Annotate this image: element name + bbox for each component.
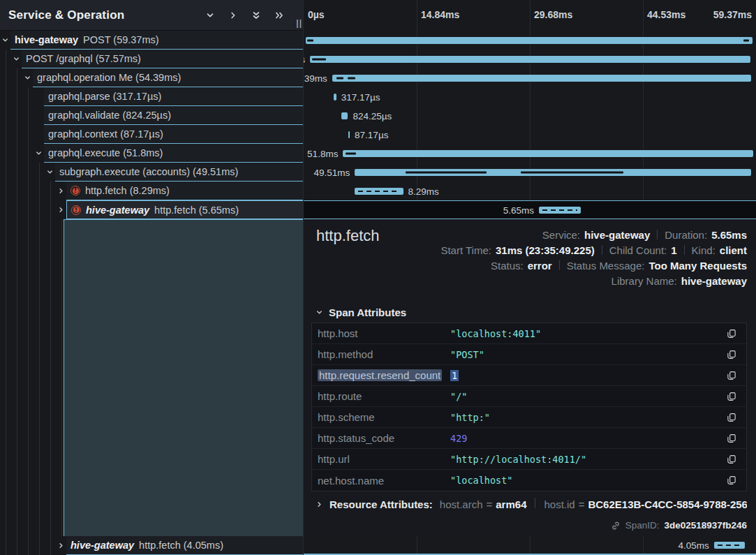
resource-attributes-row[interactable]: Resource Attributes: host.arch=arm64host… [316, 498, 747, 510]
tree-row[interactable]: hive-gatewayPOST (59.37ms) [0, 31, 303, 50]
span-row-content[interactable]: hive-gatewayhttp.fetch (4.05ms) [66, 536, 303, 555]
span-row-content[interactable]: graphql.parse (317.17µs) [44, 87, 303, 106]
attribute-row: http.route"/" [312, 386, 746, 407]
tree-row[interactable]: graphql.context (87.17µs) [0, 125, 303, 144]
timeline-row[interactable]: 57.57ms [304, 50, 756, 68]
span-attributes-title: Span Attributes [329, 306, 406, 318]
chevron-down-icon[interactable] [22, 68, 33, 87]
span-bar[interactable] [343, 150, 753, 157]
span-row-content[interactable]: POST /graphql (57.57ms) [22, 50, 303, 68]
span-row-content[interactable]: subgraph.execute (accounts) (49.51ms) [55, 163, 303, 182]
chevron-down-icon[interactable] [45, 163, 55, 182]
indent-guides [0, 68, 22, 87]
attribute-row: http.url"http://localhost:4011/" [312, 449, 746, 470]
copy-icon[interactable] [717, 371, 746, 380]
tree-row[interactable]: graphql.execute (51.8ms) [0, 144, 303, 163]
meta-value: 1 [671, 244, 676, 256]
span-row-content[interactable]: hive-gatewayPOST (59.37ms) [10, 31, 303, 50]
link-icon[interactable] [611, 521, 621, 531]
duration-label: 8.29ms [408, 186, 439, 196]
meta-label: Library Name: [612, 275, 677, 287]
tree-row[interactable]: graphql.parse (317.17µs) [0, 87, 303, 106]
chevron-right-icon[interactable] [56, 200, 66, 219]
chevron-down-icon[interactable] [11, 50, 22, 68]
timeline-tick-label: 29.68ms [534, 9, 572, 20]
timeline-bottom-row[interactable]: 4.05ms [304, 536, 756, 555]
meta-label: Child Count: [609, 244, 667, 256]
tree-row[interactable]: graphql.validate (824.25µs) [0, 106, 303, 125]
span-row-content[interactable]: graphql.validate (824.25µs) [44, 106, 303, 125]
span-row-content[interactable]: graphql.operation Me (54.39ms) [33, 68, 303, 87]
indent-spacer [34, 125, 44, 144]
copy-icon[interactable] [717, 475, 746, 485]
tree-row[interactable]: graphql.operation Me (54.39ms) [0, 68, 303, 87]
span-bar[interactable] [310, 56, 750, 63]
child-span-segment [743, 39, 749, 41]
timeline-row[interactable]: 824.25µs [304, 106, 756, 125]
tree-row[interactable]: hive-gatewayhttp.fetch (5.65ms) [0, 200, 303, 219]
attribute-key: http.route [312, 390, 450, 402]
indent-guides [0, 144, 34, 163]
copy-icon[interactable] [717, 350, 746, 360]
span-bar[interactable] [332, 75, 751, 82]
tree-row-bottom[interactable]: hive-gatewayhttp.fetch (4.05ms) [0, 536, 303, 555]
timeline-row[interactable] [304, 31, 756, 50]
span-bar[interactable] [334, 94, 336, 101]
pane-splitter-handle[interactable]: || [296, 18, 302, 28]
span-name-duration: http.fetch (8.29ms) [85, 185, 170, 196]
span-bar[interactable] [306, 37, 753, 44]
span-meta: Service:hive-gatewayDuration:5.65msStart… [440, 227, 747, 288]
double-chevron-down-icon[interactable] [251, 10, 262, 21]
meta-divider [657, 230, 658, 239]
resource-attributes-items: host.arch=arm64host.id=BC62E13B-C4CC-585… [440, 498, 747, 510]
copy-icon[interactable] [717, 392, 746, 401]
indent-guides [0, 87, 34, 106]
copy-icon[interactable] [717, 454, 746, 464]
timeline-row[interactable]: 49.51ms [304, 163, 756, 182]
span-bar[interactable] [539, 207, 581, 214]
chevron-down-icon[interactable] [0, 31, 10, 50]
tree-row[interactable]: http.fetch (8.29ms) [0, 182, 303, 200]
indent-guides [0, 536, 56, 555]
copy-icon[interactable] [717, 413, 746, 422]
meta-value: hive-gateway [681, 275, 747, 287]
child-span-segment [346, 152, 356, 154]
double-chevron-right-icon[interactable] [274, 10, 285, 21]
timeline-tick-label: 14.84ms [421, 9, 459, 20]
timeline-row[interactable]: 51.8ms [304, 144, 756, 163]
span-id-row: SpanID: 3de02518937fb246 [611, 520, 747, 531]
chevron-right-icon[interactable] [56, 536, 66, 555]
error-icon [71, 205, 81, 215]
span-bar[interactable] [341, 112, 348, 119]
timeline-row[interactable]: 87.17µs [304, 125, 756, 144]
duration-label: 317.17µs [341, 91, 380, 102]
meta-label: Status: [491, 260, 524, 272]
span-attributes-toggle[interactable]: Span Attributes [316, 306, 406, 318]
span-bar[interactable] [348, 131, 350, 138]
span-row-content[interactable]: hive-gatewayhttp.fetch (5.65ms) [66, 200, 303, 219]
timeline-row[interactable]: 317.17µs [304, 87, 756, 106]
tree-row[interactable]: POST /graphql (57.57ms) [0, 50, 303, 68]
timeline-row[interactable]: 54.39ms [304, 68, 756, 87]
span-bar[interactable] [355, 188, 403, 195]
chevron-down-icon[interactable] [34, 144, 44, 163]
timeline-row[interactable]: 5.65ms [304, 200, 756, 219]
span-name-duration: graphql.context (87.17µs) [48, 128, 163, 140]
meta-line: Library Name:hive-gateway [440, 273, 747, 288]
service-name: hive-gateway [15, 34, 78, 45]
span-row-content[interactable]: graphql.context (87.17µs) [44, 125, 303, 144]
span-name-duration: graphql.parse (317.17µs) [48, 91, 161, 102]
chevron-down-icon[interactable] [205, 10, 216, 21]
span-row-content[interactable]: http.fetch (8.29ms) [66, 182, 303, 200]
timeline-row[interactable]: 8.29ms [304, 182, 756, 200]
chevron-right-icon[interactable] [228, 10, 239, 21]
chevron-right-icon[interactable] [56, 182, 66, 200]
tree-row[interactable]: subgraph.execute (accounts) (49.51ms) [0, 163, 303, 182]
copy-icon[interactable] [717, 434, 746, 443]
span-row-content[interactable]: graphql.execute (51.8ms) [44, 144, 303, 163]
resource-equals: = [487, 498, 493, 510]
span-name-duration: graphql.execute (51.8ms) [48, 147, 163, 158]
copy-icon[interactable] [717, 329, 746, 339]
span-bar[interactable] [714, 542, 745, 549]
attribute-row: net.host.name"localhost" [312, 470, 746, 491]
